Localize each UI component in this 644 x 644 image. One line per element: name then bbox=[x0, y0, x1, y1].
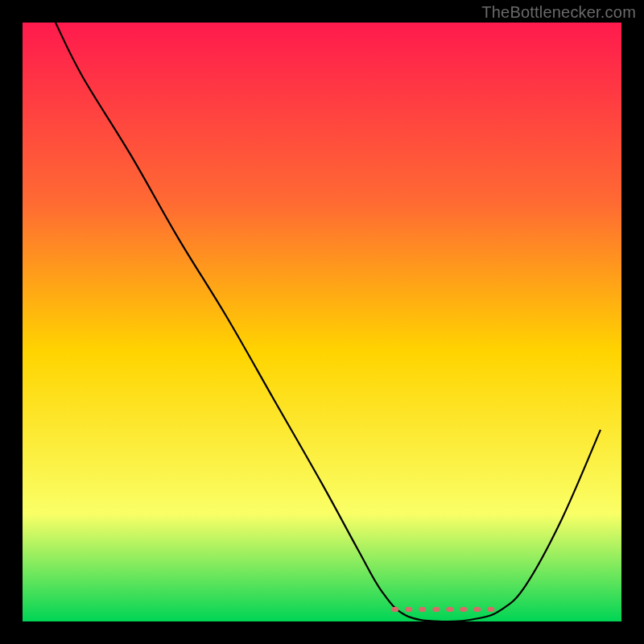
plot-background bbox=[23, 23, 621, 621]
watermark-label: TheBottlenecker.com bbox=[481, 3, 636, 22]
chart-container: TheBottlenecker.com bbox=[0, 0, 644, 644]
bottleneck-chart bbox=[0, 0, 644, 644]
